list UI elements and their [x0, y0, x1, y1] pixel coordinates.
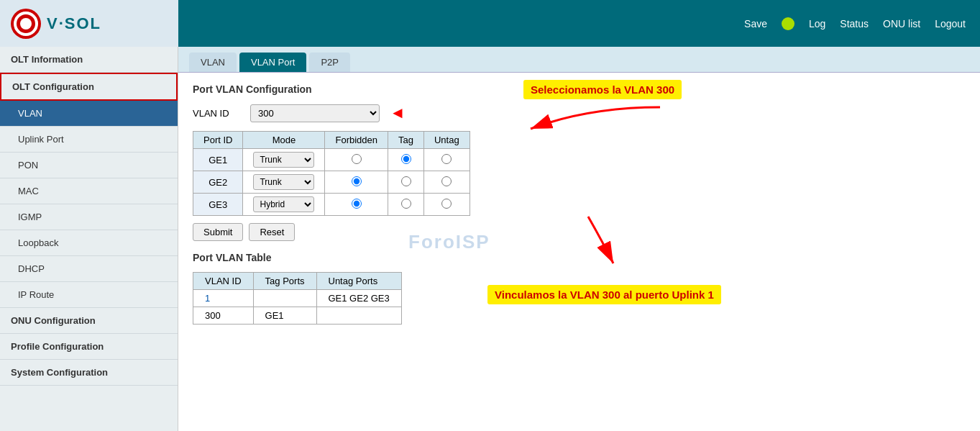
forbidden-ge2: [325, 171, 388, 194]
tag-radio-ge3[interactable]: [401, 199, 411, 209]
col-tag: Tag: [388, 132, 424, 149]
tag-ports-1: [253, 290, 316, 307]
content-area: VLAN VLAN Port P2P Seleccionamos la VLAN…: [178, 47, 980, 431]
col-forbidden: Forbidden: [325, 132, 388, 149]
vlan-id-select[interactable]: 300 1: [250, 104, 380, 122]
tag-ge1: [388, 149, 424, 171]
untag-ports-1: GE1 GE2 GE3: [316, 290, 401, 307]
tag-ge3: [388, 194, 424, 216]
port-vlan-table: VLAN ID Tag Ports Untag Ports 1 GE1 GE2 …: [193, 272, 402, 325]
vlan-table-title: Port VLAN Table: [193, 252, 966, 263]
sidebar: OLT Information OLT Configuration VLAN U…: [0, 47, 178, 431]
sidebar-item-olt-configuration[interactable]: OLT Configuration: [0, 73, 178, 101]
col-port-id: Port ID: [193, 132, 243, 149]
sidebar-item-profile-configuration[interactable]: Profile Configuration: [0, 334, 178, 360]
tabs-bar: VLAN VLAN Port P2P: [178, 47, 980, 73]
vlan-table-col-tag: Tag Ports: [253, 273, 316, 290]
vlan-table-row: 300 GE1: [193, 307, 402, 325]
watermark: ForoISP: [408, 231, 490, 253]
vlan-id-label: VLAN ID: [193, 108, 243, 119]
logo-icon: [11, 9, 41, 39]
forbidden-radio-ge3[interactable]: [352, 199, 362, 209]
vlan-table-col-untag: Untag Ports: [316, 273, 401, 290]
sidebar-item-vlan[interactable]: VLAN: [0, 101, 178, 127]
logo-area: V·SOL: [0, 0, 178, 47]
tag-radio-ge1[interactable]: [401, 154, 411, 164]
forbidden-ge1: [325, 149, 388, 171]
forbidden-radio-ge2[interactable]: [352, 176, 362, 186]
sidebar-item-ip-route[interactable]: IP Route: [0, 282, 178, 308]
sidebar-item-igmp[interactable]: IGMP: [0, 204, 178, 230]
port-id-ge2: GE2: [193, 171, 243, 194]
content-inner: Seleccionamos la VLAN 300 Port VLAN Conf…: [178, 73, 980, 431]
reset-button[interactable]: Reset: [249, 223, 295, 241]
logo-text: V·SOL: [47, 14, 101, 33]
vlan-id-300: 300: [193, 307, 254, 325]
tag-ge2: [388, 171, 424, 194]
sidebar-item-system-configuration[interactable]: System Configuration: [0, 360, 178, 386]
col-mode: Mode: [243, 132, 325, 149]
tab-vlan-port[interactable]: VLAN Port: [239, 53, 306, 72]
untag-radio-ge2[interactable]: [441, 176, 452, 186]
form-buttons: Submit Reset: [193, 223, 966, 241]
table-row: GE1 Trunk Access Hybrid: [193, 149, 470, 171]
vlan-table-row: 1 GE1 GE2 GE3: [193, 290, 402, 307]
sidebar-item-mac[interactable]: MAC: [0, 178, 178, 204]
tab-vlan[interactable]: VLAN: [189, 53, 237, 72]
vlan-table-col-id: VLAN ID: [193, 273, 254, 290]
sidebar-item-onu-configuration[interactable]: ONU Configuration: [0, 308, 178, 334]
vlan-id-row: VLAN ID 300 1 ◄: [193, 104, 966, 122]
mode-select-ge3[interactable]: Trunk Access Hybrid: [253, 196, 314, 212]
sidebar-item-dhcp[interactable]: DHCP: [0, 256, 178, 282]
mode-ge1: Trunk Access Hybrid: [243, 149, 325, 171]
sidebar-item-loopback[interactable]: Loopback: [0, 230, 178, 256]
status-link[interactable]: Status: [840, 18, 869, 30]
log-link[interactable]: Log: [809, 18, 825, 30]
sidebar-item-pon[interactable]: PON: [0, 153, 178, 178]
sidebar-item-uplink-port[interactable]: Uplink Port: [0, 127, 178, 153]
untag-ports-300: [316, 307, 401, 325]
untag-ge3: [423, 194, 470, 216]
untag-radio-ge3[interactable]: [441, 199, 452, 209]
mode-ge2: Trunk Access Hybrid: [243, 171, 325, 194]
main-layout: OLT Information OLT Configuration VLAN U…: [0, 47, 980, 431]
logout-link[interactable]: Logout: [935, 18, 966, 30]
untag-radio-ge1[interactable]: [441, 154, 452, 164]
col-untag: Untag: [423, 132, 470, 149]
table-row: GE3 Trunk Access Hybrid: [193, 194, 470, 216]
tab-p2p[interactable]: P2P: [309, 53, 350, 72]
port-vlan-config-table: Port ID Mode Forbidden Tag Untag GE1 Tru…: [193, 131, 470, 216]
sidebar-item-olt-information[interactable]: OLT Information: [0, 47, 178, 73]
header-right: Save Log Status ONU list Logout: [744, 17, 966, 30]
status-indicator: [782, 17, 794, 30]
mode-select-ge2[interactable]: Trunk Access Hybrid: [253, 174, 314, 190]
tag-ports-300: GE1: [253, 307, 316, 325]
onu-list-link[interactable]: ONU list: [883, 18, 920, 30]
forbidden-ge3: [325, 194, 388, 216]
tag-radio-ge2[interactable]: [401, 176, 411, 186]
mode-ge3: Trunk Access Hybrid: [243, 194, 325, 216]
mode-select-ge1[interactable]: Trunk Access Hybrid: [253, 152, 314, 168]
port-id-ge3: GE3: [193, 194, 243, 216]
annotation-bottom: Vinculamos la VLAN 300 al puerto Uplink …: [487, 285, 721, 304]
untag-ge2: [423, 171, 470, 194]
header: V·SOL Save Log Status ONU list Logout: [0, 0, 980, 47]
submit-button[interactable]: Submit: [193, 223, 243, 241]
vlan-id-1: 1: [193, 290, 254, 307]
untag-ge1: [423, 149, 470, 171]
annotation-top: Seleccionamos la VLAN 300: [523, 80, 682, 99]
arrow-icon: ◄: [390, 104, 406, 122]
port-id-ge1: GE1: [193, 149, 243, 171]
table-row: GE2 Trunk Access Hybrid: [193, 171, 470, 194]
forbidden-radio-ge1[interactable]: [352, 154, 362, 164]
save-button[interactable]: Save: [744, 18, 767, 30]
